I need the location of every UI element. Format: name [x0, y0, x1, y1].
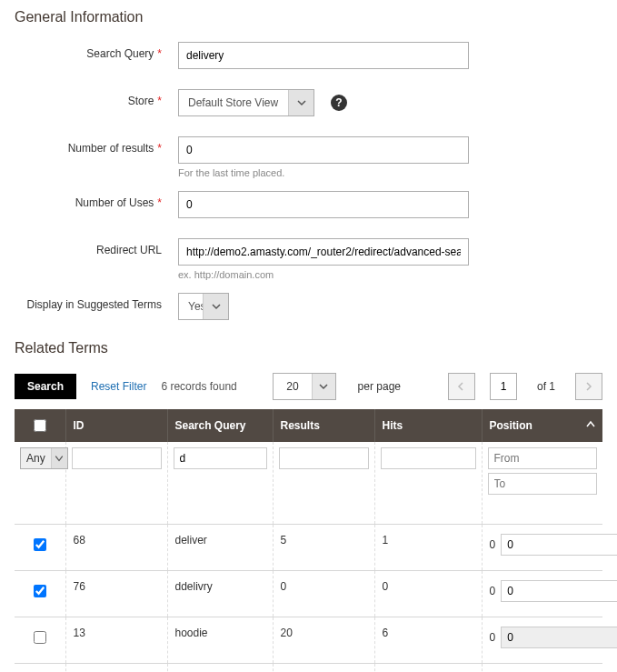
position-input[interactable]: [501, 580, 617, 602]
col-header-position[interactable]: Position: [482, 409, 602, 442]
label-search-query: Search Query*: [15, 42, 178, 60]
filter-any-select[interactable]: Any: [20, 447, 68, 469]
cell-hits: 0: [374, 571, 482, 617]
select-all-checkbox[interactable]: [34, 419, 46, 432]
of-pages: of 1: [537, 380, 555, 393]
related-terms-table: ID Search Query Results Hits Position An…: [15, 409, 602, 672]
table-row[interactable]: 13hoodie2060: [15, 617, 602, 664]
chevron-down-icon: [288, 90, 313, 115]
cell-search-query: deliver: [167, 525, 273, 571]
position-input: [501, 627, 617, 648]
page-input[interactable]: [490, 373, 517, 400]
col-header-search-query[interactable]: Search Query: [167, 409, 273, 442]
filter-results-input[interactable]: [279, 447, 369, 469]
filter-id-input[interactable]: [72, 447, 162, 469]
filter-position-to-input[interactable]: [488, 473, 598, 495]
cell-hits: 1: [374, 525, 482, 571]
section-title-general: General Information: [15, 9, 602, 25]
cell-position-text: 0: [490, 631, 496, 644]
label-suggested: Display in Suggested Terms: [15, 293, 178, 311]
cell-id: 68: [65, 525, 167, 571]
cell-results: 5: [273, 664, 374, 673]
cell-hits: 6: [374, 617, 482, 664]
cell-search-query: delive: [167, 664, 273, 673]
row-checkbox[interactable]: [34, 538, 46, 551]
cell-position-text: 0: [490, 585, 496, 597]
cell-hits: 1: [374, 664, 482, 673]
filter-search-query-input[interactable]: [174, 447, 267, 469]
page-size-select[interactable]: 20: [273, 373, 335, 400]
prev-page-button[interactable]: [448, 373, 475, 400]
cell-id: 66: [65, 664, 167, 673]
per-page-label: per page: [358, 380, 401, 393]
row-checkbox[interactable]: [34, 631, 46, 644]
select-store[interactable]: Default Store View: [178, 89, 314, 116]
chevron-down-icon: [51, 448, 67, 468]
cell-results: 20: [273, 617, 374, 664]
table-row[interactable]: 76ddelivry000: [15, 571, 602, 617]
filter-position-from-input[interactable]: [488, 447, 598, 469]
chevron-down-icon: [203, 294, 228, 319]
search-button[interactable]: Search: [15, 374, 76, 399]
filter-hits-input[interactable]: [381, 447, 476, 469]
label-num-uses: Number of Uses*: [15, 191, 178, 209]
cell-position-text: 0: [490, 538, 496, 551]
cell-results: 5: [273, 525, 374, 571]
next-page-button[interactable]: [575, 373, 602, 400]
label-store: Store*: [15, 89, 178, 107]
section-title-related: Related Terms: [15, 340, 602, 356]
hint-redirect: ex. http://domain.com: [178, 269, 469, 280]
table-row[interactable]: 68deliver510: [15, 525, 602, 571]
position-input[interactable]: [501, 534, 617, 556]
help-icon[interactable]: ?: [331, 95, 347, 111]
col-header-hits[interactable]: Hits: [374, 409, 482, 442]
table-row[interactable]: 66delive510: [15, 664, 602, 673]
hint-num-results: For the last time placed.: [178, 167, 469, 178]
records-found: 6 records found: [161, 380, 236, 393]
input-search-query[interactable]: [178, 42, 469, 69]
input-redirect[interactable]: [178, 238, 469, 266]
cell-results: 0: [273, 571, 374, 617]
col-header-results[interactable]: Results: [273, 409, 374, 442]
chevron-down-icon: [312, 374, 335, 399]
sort-asc-icon: [586, 419, 595, 432]
input-num-results[interactable]: [178, 136, 469, 164]
row-checkbox[interactable]: [34, 585, 46, 597]
cell-search-query: hoodie: [167, 617, 273, 664]
reset-filter-link[interactable]: Reset Filter: [91, 380, 146, 393]
select-suggested[interactable]: Yes: [178, 293, 229, 320]
label-num-results: Number of results*: [15, 136, 178, 155]
cell-search-query: ddelivry: [167, 571, 273, 617]
cell-id: 13: [65, 617, 167, 664]
col-header-id[interactable]: ID: [65, 409, 167, 442]
label-redirect: Redirect URL: [15, 238, 178, 256]
cell-id: 76: [65, 571, 167, 617]
input-num-uses[interactable]: [178, 191, 469, 218]
